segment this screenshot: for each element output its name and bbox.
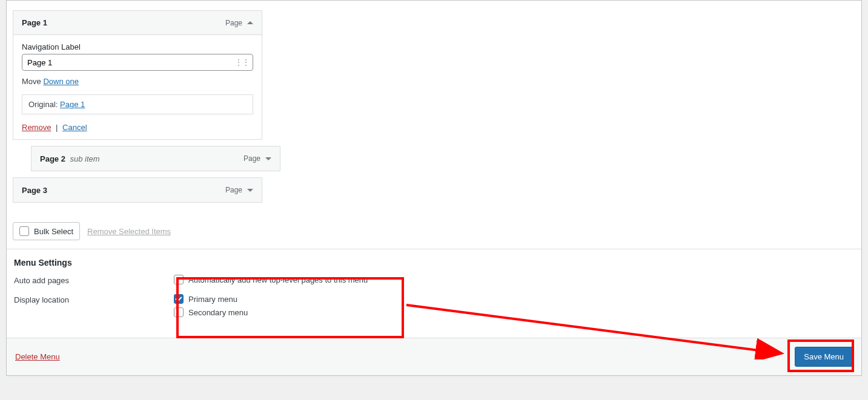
primary-menu-text: Primary menu	[188, 295, 237, 304]
menu-item-page2-handle[interactable]: Page 2 sub item Page	[31, 146, 280, 171]
secondary-menu-text: Secondary menu	[188, 308, 248, 317]
bulk-select-button[interactable]: Bulk Select	[13, 222, 80, 240]
display-location-row: Display location Primary menu Secondary …	[14, 294, 854, 321]
secondary-menu-checkbox[interactable]	[174, 307, 184, 317]
bulk-row: Bulk Select Remove Selected Items	[7, 220, 861, 249]
menu-item-page1-title: Page 1	[22, 18, 47, 27]
auto-add-row: Auto add pages Automatically add new top…	[14, 275, 854, 288]
input-handle-icon: ⋮⋮	[235, 58, 250, 67]
cancel-link[interactable]: Cancel	[62, 123, 87, 132]
auto-add-option-text: Automatically add new top-level pages to…	[188, 275, 368, 284]
menu-item-page3-title: Page 3	[22, 186, 47, 195]
auto-add-label: Auto add pages	[14, 275, 174, 285]
auto-add-checkbox[interactable]	[174, 275, 184, 284]
move-down-link[interactable]: Down one	[43, 77, 79, 86]
auto-add-controls: Automatically add new top-level pages to…	[174, 275, 368, 288]
secondary-menu-row[interactable]: Secondary menu	[174, 307, 248, 317]
menu-settings-title: Menu Settings	[14, 258, 854, 267]
save-menu-button[interactable]: Save Menu	[795, 347, 853, 367]
nav-label-wrap: ⋮⋮	[22, 54, 253, 71]
display-location-controls: Primary menu Secondary menu	[174, 294, 248, 321]
menu-item-page3: Page 3 Page	[13, 177, 262, 203]
expand-icon	[247, 189, 253, 192]
menu-item-page2-box: Page 2 sub item Page	[31, 146, 280, 171]
menu-settings: Menu Settings Auto add pages Automatical…	[7, 249, 861, 338]
original-box: Original: Page 1	[22, 94, 253, 114]
bulk-select-checkbox-icon	[19, 226, 29, 236]
menu-item-page2-title: Page 2 sub item	[40, 154, 100, 163]
menu-item-page3-type-text: Page	[225, 186, 242, 194]
remove-cancel-row: Remove | Cancel	[22, 123, 253, 132]
menu-item-page3-box: Page 3 Page	[13, 177, 262, 203]
bulk-select-label: Bulk Select	[34, 227, 73, 236]
menu-item-page3-handle[interactable]: Page 3 Page	[13, 178, 262, 202]
remove-selected-link[interactable]: Remove Selected Items	[87, 227, 171, 236]
remove-link[interactable]: Remove	[22, 123, 51, 132]
menu-structure-panel: Page 1 Page Navigation Label ⋮⋮ Move Dow…	[6, 0, 862, 376]
nav-label-input[interactable]	[22, 54, 253, 71]
collapse-icon	[247, 21, 253, 24]
expand-icon	[265, 157, 271, 160]
move-text: Move	[22, 77, 41, 86]
menu-item-page2: Page 2 sub item Page	[31, 146, 280, 171]
primary-menu-checkbox[interactable]	[174, 294, 184, 304]
menu-footer: Delete Menu Save Menu	[7, 338, 861, 375]
original-link[interactable]: Page 1	[60, 100, 85, 109]
nav-label-caption: Navigation Label	[22, 42, 253, 51]
menu-item-page1-type[interactable]: Page	[225, 19, 253, 27]
move-row: Move Down one	[22, 77, 253, 86]
original-label: Original:	[28, 100, 58, 109]
primary-menu-row[interactable]: Primary menu	[174, 294, 248, 304]
menu-item-page1-settings: Navigation Label ⋮⋮ Move Down one Origin…	[13, 35, 262, 139]
menu-item-page2-subtext: sub item	[70, 154, 100, 163]
menu-item-page1-type-text: Page	[225, 19, 242, 27]
menu-item-page2-title-text: Page 2	[40, 154, 65, 163]
menu-item-page1: Page 1 Page Navigation Label ⋮⋮ Move Dow…	[13, 10, 262, 140]
rc-separator: |	[56, 123, 58, 132]
menu-item-page2-type[interactable]: Page	[244, 154, 271, 163]
display-location-label: Display location	[14, 294, 174, 304]
menu-item-page1-handle[interactable]: Page 1 Page	[13, 11, 262, 35]
auto-add-option-row[interactable]: Automatically add new top-level pages to…	[174, 275, 368, 284]
delete-menu-link[interactable]: Delete Menu	[15, 352, 60, 361]
menu-item-page3-type[interactable]: Page	[225, 186, 253, 194]
menu-items-area: Page 1 Page Navigation Label ⋮⋮ Move Dow…	[7, 1, 861, 220]
menu-item-page2-type-text: Page	[244, 154, 260, 163]
menu-item-page1-box: Page 1 Page Navigation Label ⋮⋮ Move Dow…	[13, 10, 262, 140]
